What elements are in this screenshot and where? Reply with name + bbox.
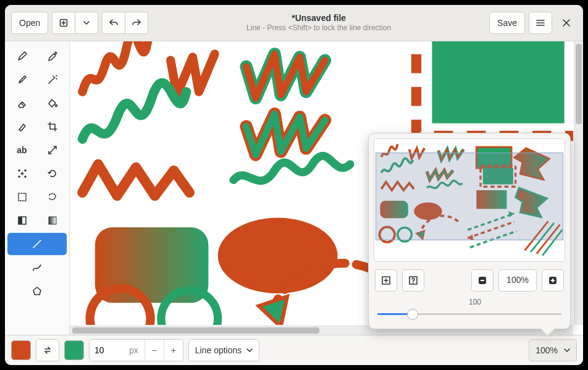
brush-tool[interactable] bbox=[7, 69, 36, 91]
size-decrement-button[interactable]: − bbox=[145, 340, 164, 361]
svg-point-26 bbox=[413, 283, 414, 284]
curve-tool[interactable] bbox=[7, 256, 67, 279]
open-button[interactable]: Open bbox=[11, 12, 48, 34]
highlighter-tool[interactable] bbox=[7, 116, 36, 138]
text-tool-label: ab bbox=[17, 145, 27, 155]
gradient-tool[interactable] bbox=[38, 209, 67, 232]
crop-tool[interactable] bbox=[38, 116, 67, 138]
vertical-scrollbar[interactable] bbox=[574, 41, 583, 325]
color-picker-tool[interactable] bbox=[38, 45, 67, 67]
move-tool[interactable] bbox=[38, 139, 67, 161]
line-size-unit: px bbox=[129, 345, 145, 355]
minimap-popover: 100% 100 bbox=[368, 133, 571, 329]
rotate-tool[interactable] bbox=[38, 162, 67, 185]
chevron-down-icon bbox=[246, 347, 253, 353]
zoom-button[interactable]: 100% bbox=[529, 339, 577, 361]
svg-point-5 bbox=[25, 176, 26, 177]
svg-rect-6 bbox=[19, 193, 26, 201]
svg-rect-9 bbox=[49, 217, 56, 224]
window-title: *Unsaved file bbox=[152, 13, 485, 24]
line-options-dropdown[interactable]: Line options bbox=[188, 339, 260, 361]
window-close-button[interactable] bbox=[556, 12, 577, 33]
size-increment-button[interactable]: + bbox=[164, 340, 183, 361]
svg-point-1 bbox=[55, 105, 57, 107]
zoom-fit-button[interactable] bbox=[375, 269, 397, 292]
fill-tool[interactable] bbox=[38, 92, 67, 114]
rect-select-tool[interactable] bbox=[7, 186, 36, 208]
shape-tool[interactable] bbox=[7, 280, 67, 302]
window-subtitle: Line - Press <Shift> to lock the line di… bbox=[152, 23, 485, 33]
text-tool[interactable]: ab bbox=[7, 139, 36, 161]
zoom-slider-label: 100 bbox=[377, 298, 561, 306]
svg-point-2 bbox=[19, 170, 20, 171]
swap-colors-button[interactable] bbox=[36, 339, 59, 361]
new-dropdown-button[interactable] bbox=[75, 12, 98, 34]
hamburger-menu-button[interactable] bbox=[529, 12, 552, 34]
options-bar: px − + Line options 100% bbox=[5, 335, 583, 365]
zoom-slider[interactable] bbox=[377, 308, 561, 320]
svg-point-3 bbox=[25, 170, 26, 171]
line-options-label: Line options bbox=[195, 345, 242, 355]
minimap-thumbnail[interactable] bbox=[374, 138, 565, 262]
popover-zoom-value: 100% bbox=[498, 269, 537, 292]
line-size-input[interactable]: px − + bbox=[89, 339, 183, 361]
svg-rect-11 bbox=[432, 41, 565, 124]
eraser-tool[interactable] bbox=[7, 92, 36, 114]
svg-point-4 bbox=[19, 176, 20, 177]
tool-sidebar: ab bbox=[5, 41, 70, 335]
line-tool[interactable] bbox=[7, 233, 67, 255]
line-size-field[interactable] bbox=[90, 345, 129, 355]
chevron-down-icon bbox=[564, 347, 570, 353]
minimap-viewport-rect[interactable] bbox=[376, 153, 563, 240]
secondary-color-swatch[interactable] bbox=[64, 340, 84, 360]
zoom-in-button[interactable] bbox=[542, 269, 564, 292]
svg-rect-7 bbox=[19, 217, 22, 224]
redo-button[interactable] bbox=[125, 12, 148, 34]
points-tool[interactable] bbox=[7, 162, 36, 185]
new-split-button[interactable] bbox=[52, 12, 98, 34]
zoom-help-button[interactable] bbox=[402, 269, 424, 292]
save-button[interactable]: Save bbox=[489, 12, 525, 34]
pencil-tool[interactable] bbox=[7, 45, 36, 67]
titlebar: Open *Unsaved file Line - Press <S bbox=[5, 5, 583, 41]
new-tab-button[interactable] bbox=[52, 12, 75, 34]
invert-tool[interactable] bbox=[7, 209, 36, 232]
undo-button[interactable] bbox=[102, 12, 125, 34]
undo-redo-group bbox=[102, 12, 148, 34]
zoom-value-label: 100% bbox=[536, 345, 558, 355]
magic-tool[interactable] bbox=[38, 69, 67, 91]
primary-color-swatch[interactable] bbox=[11, 340, 31, 360]
zoom-out-button[interactable] bbox=[471, 269, 494, 292]
svg-point-13 bbox=[218, 218, 338, 293]
free-select-tool[interactable] bbox=[38, 186, 67, 208]
